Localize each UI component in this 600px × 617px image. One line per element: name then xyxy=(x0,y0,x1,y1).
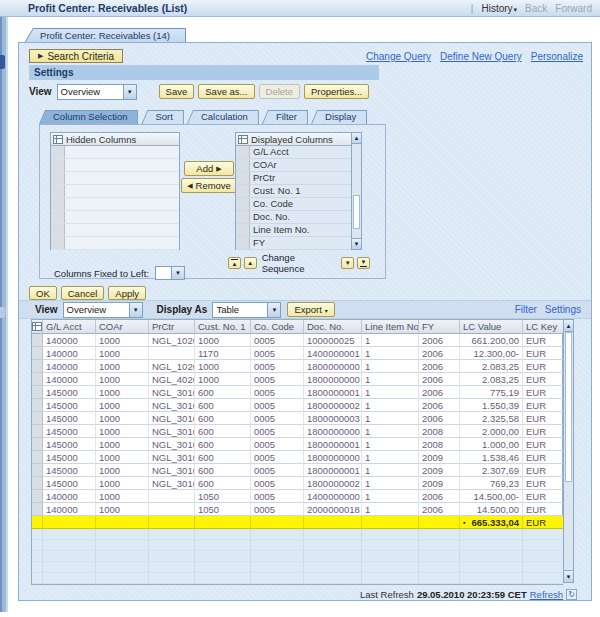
displayed-columns-row[interactable]: Co. Code xyxy=(236,198,351,211)
select-all-cell[interactable] xyxy=(32,320,43,334)
filter-link[interactable]: Filter xyxy=(515,304,537,315)
tab-filter[interactable]: Filter xyxy=(262,110,308,124)
row-selector[interactable] xyxy=(51,198,65,210)
row-selector[interactable] xyxy=(51,146,65,158)
row-selector[interactable] xyxy=(51,172,65,184)
row-selector[interactable] xyxy=(32,373,43,386)
scrollbar-thumb[interactable] xyxy=(565,332,572,482)
table-row[interactable]: 1450001000NGL_30106000005180000000112006… xyxy=(32,386,562,399)
displayed-columns-row[interactable]: G/L Acct xyxy=(236,146,351,159)
change-query-link[interactable]: Change Query xyxy=(366,51,431,62)
displayed-columns-row[interactable]: Line Item No. xyxy=(236,224,351,237)
scroll-up-icon[interactable]: ▲ xyxy=(564,320,573,332)
table-row[interactable]: 14000010001050000514000000001200614.500,… xyxy=(32,490,562,503)
displayed-columns-row[interactable]: Doc. No. xyxy=(236,211,351,224)
export-button[interactable]: Export ▾ xyxy=(287,302,334,317)
back-button[interactable]: Back xyxy=(525,3,547,14)
displayed-columns-row[interactable]: COAr xyxy=(236,159,351,172)
move-to-bottom-button[interactable]: ▼ xyxy=(357,257,370,269)
column-header-line-item-no-[interactable]: Line Item No. xyxy=(362,320,419,334)
main-tab[interactable]: Profit Center: Receivables (14) xyxy=(24,28,186,43)
table-row[interactable]: 1400001000NGL_10201000000518000000001200… xyxy=(32,360,562,373)
row-selector[interactable] xyxy=(32,334,43,347)
table-row[interactable]: 1400001000NGL_10201000000510000002512006… xyxy=(32,334,562,347)
column-header-g-l-acct[interactable]: G/L Acct xyxy=(43,320,96,334)
displayed-columns-row[interactable]: Cust. No. 1 xyxy=(236,185,351,198)
chevron-down-icon[interactable]: ▼ xyxy=(123,85,136,99)
table-row[interactable]: 1450001000NGL_30106000005180000000212006… xyxy=(32,399,562,412)
move-up-button[interactable]: ▲ xyxy=(244,257,257,269)
panel-collapse-handle-2[interactable] xyxy=(0,307,5,318)
tab-sort[interactable]: Sort xyxy=(141,110,183,124)
move-down-button[interactable]: ▼ xyxy=(341,257,354,269)
columns-fixed-select[interactable]: ▼ xyxy=(155,266,185,280)
add-column-button[interactable]: Add ▶ xyxy=(184,161,234,176)
chevron-down-icon[interactable]: ▼ xyxy=(171,267,184,279)
column-header-lc-value[interactable]: LC Value xyxy=(460,320,523,334)
displayed-columns-scrollbar[interactable]: ▲ ▼ xyxy=(351,132,362,250)
ok-button[interactable]: OK xyxy=(29,286,57,300)
row-selector[interactable] xyxy=(236,172,250,184)
row-selector[interactable] xyxy=(51,224,65,236)
table-row[interactable]: 1450001000NGL_30106000005180000000212009… xyxy=(32,477,562,490)
row-selector[interactable] xyxy=(236,224,250,236)
table-row[interactable]: 14000010001170000514000000011200612.300,… xyxy=(32,347,562,360)
personalize-link[interactable]: Personalize xyxy=(531,51,583,62)
properties-button[interactable]: Properties... xyxy=(304,84,369,99)
toolbar-view-select[interactable]: Overview ▼ xyxy=(63,302,143,318)
apply-button[interactable]: Apply xyxy=(108,286,146,300)
row-selector[interactable] xyxy=(32,399,43,412)
table-row[interactable]: 1400001000NGL_40201000000518000000001200… xyxy=(32,373,562,386)
remove-column-button[interactable]: ◀ Remove xyxy=(181,178,237,193)
scrollbar-thumb[interactable] xyxy=(353,195,360,229)
table-row[interactable]: 14000010001050000520000000181200614.500,… xyxy=(32,503,562,516)
save-as-button[interactable]: Save as... xyxy=(198,84,254,99)
define-new-query-link[interactable]: Define New Query xyxy=(440,51,522,62)
column-header-cust-no-1[interactable]: Cust. No. 1 xyxy=(195,320,251,334)
column-header-prctr[interactable]: PrCtr xyxy=(149,320,195,334)
history-menu[interactable]: History▾ xyxy=(481,3,517,14)
refresh-link[interactable]: Refresh xyxy=(530,589,563,600)
scroll-down-icon[interactable]: ▼ xyxy=(564,570,573,582)
table-settings-link[interactable]: Settings xyxy=(545,304,581,315)
row-selector[interactable] xyxy=(236,146,250,158)
row-selector[interactable] xyxy=(32,347,43,360)
table-scrollbar[interactable]: ▲ ▼ xyxy=(563,319,574,583)
table-row[interactable]: 1450001000NGL_30106000005180000000112009… xyxy=(32,464,562,477)
view-select[interactable]: Overview ▼ xyxy=(57,84,137,100)
row-selector[interactable] xyxy=(32,516,43,529)
column-header-lc-key[interactable]: LC Key xyxy=(523,320,564,334)
refresh-icon[interactable]: ↻ xyxy=(566,589,577,600)
tab-display[interactable]: Display xyxy=(311,110,367,124)
row-selector[interactable] xyxy=(32,490,43,503)
row-selector[interactable] xyxy=(32,360,43,373)
row-selector[interactable] xyxy=(51,185,65,197)
table-row[interactable]: 1450001000NGL_30106000005180000000012009… xyxy=(32,451,562,464)
display-as-select[interactable]: Table ▼ xyxy=(212,302,281,318)
row-selector[interactable] xyxy=(236,211,250,223)
column-header-coar[interactable]: COAr xyxy=(96,320,149,334)
tab-calculation[interactable]: Calculation xyxy=(187,110,259,124)
chevron-down-icon[interactable]: ▼ xyxy=(267,303,280,317)
row-selector[interactable] xyxy=(51,237,65,249)
row-selector[interactable] xyxy=(236,237,250,249)
scroll-down-icon[interactable]: ▼ xyxy=(352,238,361,249)
table-row[interactable]: 1450001000NGL_30106000005180000000012008… xyxy=(32,425,562,438)
row-selector[interactable] xyxy=(32,477,43,490)
column-header-co-code[interactable]: Co. Code xyxy=(251,320,304,334)
forward-button[interactable]: Forward xyxy=(555,3,592,14)
column-header-fy[interactable]: FY xyxy=(419,320,460,334)
table-row[interactable]: 1450001000NGL_30106000005180000000312006… xyxy=(32,412,562,425)
chevron-down-icon[interactable]: ▼ xyxy=(129,303,142,317)
displayed-columns-row[interactable]: FY xyxy=(236,237,351,250)
row-selector[interactable] xyxy=(32,464,43,477)
row-selector[interactable] xyxy=(236,159,250,171)
row-selector[interactable] xyxy=(32,386,43,399)
scroll-up-icon[interactable]: ▲ xyxy=(352,133,361,144)
row-selector[interactable] xyxy=(236,185,250,197)
row-selector[interactable] xyxy=(32,412,43,425)
row-selector[interactable] xyxy=(32,438,43,451)
panel-collapse-handle[interactable] xyxy=(0,55,5,69)
row-selector[interactable] xyxy=(51,211,65,223)
column-header-doc-no-[interactable]: Doc. No. xyxy=(304,320,362,334)
